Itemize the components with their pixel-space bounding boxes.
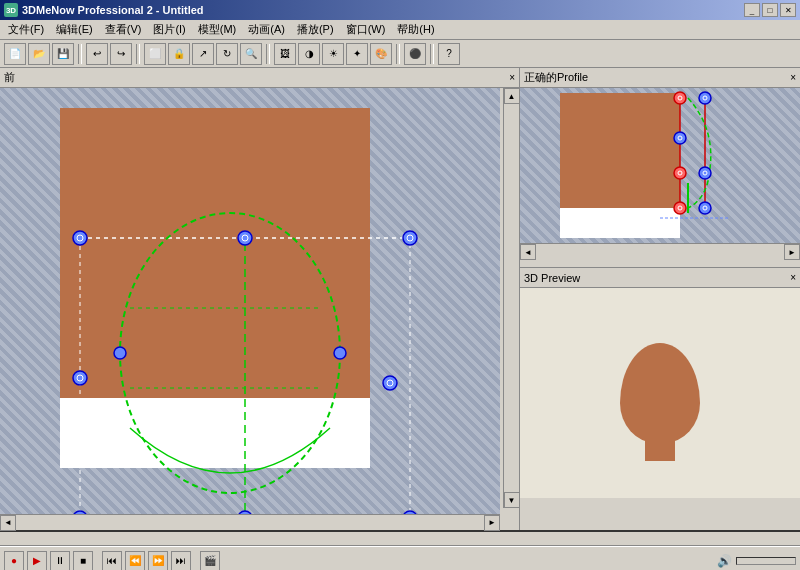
menu-edit[interactable]: 编辑(E) [50,20,99,39]
profile-panel-title: 正确的Profile [524,70,588,85]
preview-panel-title: 3D Preview [524,272,580,284]
menu-play[interactable]: 播放(P) [291,20,340,39]
preview-panel-close[interactable]: × [790,272,796,283]
scroll-right-button[interactable]: ► [484,515,500,531]
stop-button[interactable]: ■ [73,551,93,571]
svg-point-30 [674,132,686,144]
profile-scroll-right[interactable]: ► [784,244,800,260]
menubar: 文件(F) 编辑(E) 查看(V) 图片(I) 模型(M) 动画(A) 播放(P… [0,20,800,40]
menu-help[interactable]: 帮助(H) [391,20,440,39]
controls-bar: ● ▶ ⏸ ■ ⏮ ⏪ ⏩ ⏭ 🎬 🔊 [0,546,800,570]
circle-button[interactable]: ⚫ [404,43,426,65]
prev-start-button[interactable]: ⏮ [102,551,122,571]
volume-level [737,558,782,564]
right-panel: 正确的Profile × [520,68,800,530]
rotate-button[interactable]: ↻ [216,43,238,65]
menu-view[interactable]: 查看(V) [99,20,148,39]
sun-button[interactable]: ☀ [322,43,344,65]
preview-panel: 3D Preview × [520,268,800,530]
toolbar-separator-4 [396,44,400,64]
play-button[interactable]: ▶ [27,551,47,571]
export-button[interactable]: ↗ [192,43,214,65]
front-canvas[interactable] [0,88,500,514]
preview-canvas[interactable] [520,288,800,498]
left-panel-header: 前 × [0,68,519,88]
lock-button[interactable]: 🔒 [168,43,190,65]
titlebar-controls: _ □ ✕ [744,3,796,17]
horizontal-scrollbar[interactable]: ◄ ► [0,514,500,530]
left-panel: 前 × [0,68,520,530]
svg-point-28 [699,92,711,104]
profile-h-track[interactable] [536,244,784,259]
neck-shape [645,441,675,461]
animation-bar[interactable] [0,530,800,546]
menu-file[interactable]: 文件(F) [2,20,50,39]
left-panel-title: 前 [4,70,15,85]
next-end-button[interactable]: ⏭ [171,551,191,571]
svg-point-36 [674,202,686,214]
hue-button[interactable]: 🎨 [370,43,392,65]
vertical-scrollbar[interactable]: ▲ ▼ [503,88,519,508]
menu-image[interactable]: 图片(I) [147,20,191,39]
help-button[interactable]: ? [438,43,460,65]
toolbar-separator-1 [78,44,82,64]
svg-point-34 [699,167,711,179]
svg-point-26 [674,92,686,104]
profile-svg [520,88,800,243]
special-button[interactable]: 🎬 [200,551,220,571]
face-area [60,108,370,398]
redo-button[interactable]: ↪ [110,43,132,65]
h-scroll-track[interactable] [16,516,484,530]
new-button[interactable]: 📄 [4,43,26,65]
undo-button[interactable]: ↩ [86,43,108,65]
toolbar-separator-2 [136,44,140,64]
open-button[interactable]: 📂 [28,43,50,65]
profile-canvas[interactable] [520,88,800,243]
volume-icon: 🔊 [717,554,732,568]
scroll-up-button[interactable]: ▲ [504,88,520,104]
svg-point-10 [403,231,417,245]
svg-point-32 [674,167,686,179]
scroll-down-button[interactable]: ▼ [504,492,520,508]
contrast-button[interactable]: ◑ [298,43,320,65]
menu-window[interactable]: 窗口(W) [340,20,392,39]
record-button[interactable]: ● [4,551,24,571]
scroll-track[interactable] [505,104,519,492]
profile-scroll-left[interactable]: ◄ [520,244,536,260]
titlebar: 3D 3DMeNow Professional 2 - Untitled _ □… [0,0,800,20]
zoom-button[interactable]: 🔍 [240,43,262,65]
toolbar-separator-3 [266,44,270,64]
minimize-button[interactable]: _ [744,3,760,17]
save-button[interactable]: 💾 [52,43,74,65]
volume-slider[interactable] [736,557,796,565]
profile-h-scrollbar[interactable]: ◄ ► [520,243,800,259]
volume-area: 🔊 [717,554,796,568]
brightness-button[interactable]: ✦ [346,43,368,65]
maximize-button[interactable]: □ [762,3,778,17]
toolbar-separator-5 [430,44,434,64]
preview-panel-header: 3D Preview × [520,268,800,288]
profile-panel-header: 正确的Profile × [520,68,800,88]
close-button[interactable]: ✕ [780,3,796,17]
pause-button[interactable]: ⏸ [50,551,70,571]
head-3d-preview [620,343,700,443]
svg-point-38 [699,202,711,214]
svg-point-15 [387,380,393,386]
titlebar-title: 3DMeNow Professional 2 - Untitled [22,4,204,16]
svg-point-14 [383,376,397,390]
next-button[interactable]: ⏩ [148,551,168,571]
main-area: 前 × [0,68,800,530]
prev-button[interactable]: ⏪ [125,551,145,571]
left-panel-close[interactable]: × [509,72,515,83]
profile-panel-close[interactable]: × [790,72,796,83]
app-icon: 3D [4,3,18,17]
menu-animation[interactable]: 动画(A) [242,20,291,39]
svg-point-11 [407,235,413,241]
scroll-left-button[interactable]: ◄ [0,515,16,531]
image-button[interactable]: 🖼 [274,43,296,65]
toolbar: 📄 📂 💾 ↩ ↪ ⬜ 🔒 ↗ ↻ 🔍 🖼 ◑ ☀ ✦ 🎨 ⚫ ? [0,40,800,68]
frame-button[interactable]: ⬜ [144,43,166,65]
menu-model[interactable]: 模型(M) [192,20,243,39]
profile-panel: 正确的Profile × [520,68,800,268]
head-shape [620,343,700,443]
